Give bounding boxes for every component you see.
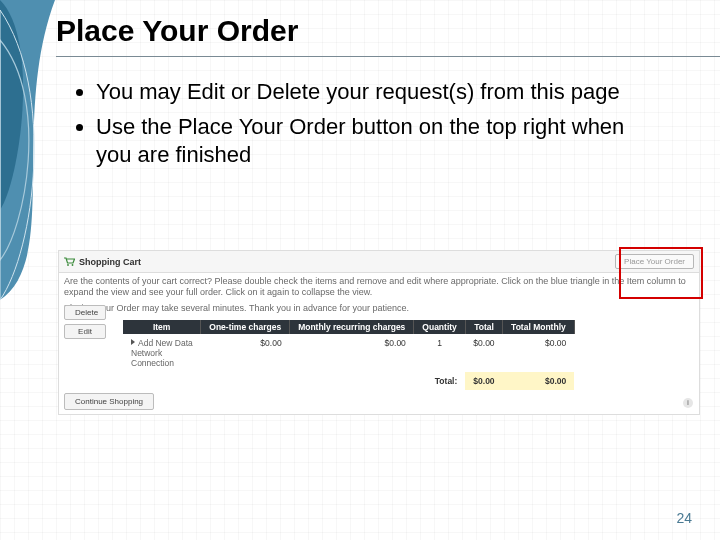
- place-your-order-button[interactable]: Place Your Order: [615, 254, 694, 269]
- bullet-list: You may Edit or Delete your request(s) f…: [72, 78, 664, 176]
- item-line: Add New Data: [138, 338, 193, 348]
- cart-table-header-row: Item One-time charges Monthly recurring …: [123, 320, 574, 334]
- edit-button[interactable]: Edit: [64, 324, 106, 339]
- table-row: Add New Data Network Connection $0.00 $0…: [123, 334, 574, 372]
- bullet-item: Use the Place Your Order button on the t…: [96, 113, 664, 170]
- total-label: Total:: [414, 372, 465, 390]
- cell-one-time: $0.00: [201, 334, 290, 372]
- item-line: Connection: [131, 358, 174, 368]
- expand-triangle-icon[interactable]: [131, 339, 135, 345]
- cart-instructions: Are the contents of your cart correct? P…: [59, 273, 699, 320]
- col-quantity: Quantity: [414, 320, 465, 334]
- svg-point-1: [72, 264, 74, 266]
- cart-instructions-line-1: Are the contents of your cart correct? P…: [64, 276, 694, 299]
- table-total-row: Total: $0.00 $0.00: [123, 372, 574, 390]
- col-monthly: Monthly recurring charges: [290, 320, 414, 334]
- total-amount: $0.00: [465, 372, 502, 390]
- slide: Place Your Order You may Edit or Delete …: [0, 0, 720, 540]
- svg-point-0: [67, 264, 69, 266]
- col-total: Total: [465, 320, 502, 334]
- col-total-monthly: Total Monthly: [503, 320, 575, 334]
- cart-icon: [64, 257, 75, 266]
- info-icon[interactable]: i: [683, 398, 693, 408]
- col-one-time: One-time charges: [201, 320, 290, 334]
- delete-button[interactable]: Delete: [64, 305, 106, 320]
- cell-item: Add New Data Network Connection: [123, 334, 201, 372]
- cart-instructions-line-2: Placing Your Order may take several minu…: [64, 303, 694, 314]
- item-line: Network: [131, 348, 162, 358]
- total-monthly-amount: $0.00: [503, 372, 575, 390]
- bullet-item: You may Edit or Delete your request(s) f…: [96, 78, 664, 107]
- col-item: Item: [123, 320, 201, 334]
- decorative-left-swirl: [0, 0, 55, 540]
- cart-title: Shopping Cart: [79, 257, 141, 267]
- continue-shopping-button[interactable]: Continue Shopping: [64, 393, 154, 410]
- cell-total: $0.00: [465, 334, 502, 372]
- embedded-screenshot: Shopping Cart Place Your Order Are the c…: [58, 250, 700, 415]
- cart-header-bar: Shopping Cart Place Your Order: [59, 251, 699, 273]
- cell-quantity: 1: [414, 334, 465, 372]
- cell-total-monthly: $0.00: [503, 334, 575, 372]
- row-action-buttons: Delete Edit: [64, 305, 106, 339]
- page-title: Place Your Order: [56, 14, 298, 48]
- cell-monthly: $0.00: [290, 334, 414, 372]
- title-underline: [56, 56, 720, 57]
- page-number: 24: [676, 510, 692, 526]
- cart-table: Item One-time charges Monthly recurring …: [123, 320, 575, 390]
